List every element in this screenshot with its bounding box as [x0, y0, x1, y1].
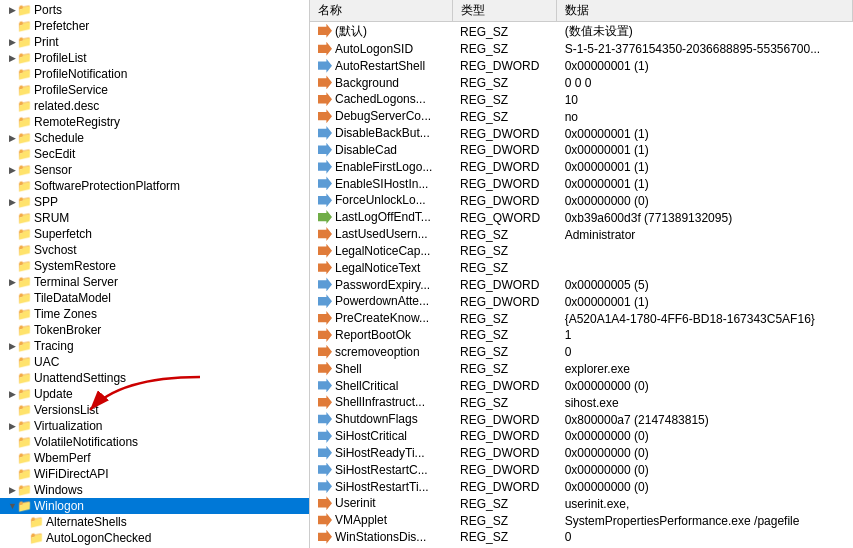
table-row[interactable]: WinStationsDis...REG_SZ0: [310, 529, 853, 546]
table-row[interactable]: UserinitREG_SZuserinit.exe,: [310, 495, 853, 512]
tree-item-secedit[interactable]: 📁SecEdit: [0, 146, 309, 162]
tree-item-update[interactable]: ▶📁Update: [0, 386, 309, 402]
tree-item-srum[interactable]: 📁SRUM: [0, 210, 309, 226]
reg-type-cell: REG_SZ: [452, 327, 557, 344]
table-row[interactable]: PasswordExpiry...REG_DWORD0x00000005 (5): [310, 277, 853, 294]
reg-name-cell: ShellInfrastruct...: [310, 394, 452, 411]
reg-name-text: WinStationsDis...: [335, 530, 426, 544]
tree-item-volatilenotifications[interactable]: 📁VolatileNotifications: [0, 434, 309, 450]
table-row[interactable]: PowerdownAtte...REG_DWORD0x00000001 (1): [310, 293, 853, 310]
tree-item-alternateshells[interactable]: 📁AlternateShells: [0, 514, 309, 530]
tree-item-virtualization[interactable]: ▶📁Virtualization: [0, 418, 309, 434]
reg-data-cell: [557, 243, 853, 260]
table-row[interactable]: (默认)REG_SZ(数值未设置): [310, 22, 853, 42]
tree-item-superfetch[interactable]: 📁Superfetch: [0, 226, 309, 242]
table-row[interactable]: EnableSIHostIn...REG_DWORD0x00000001 (1): [310, 176, 853, 193]
tree-item-uac[interactable]: 📁UAC: [0, 354, 309, 370]
tree-label-print: Print: [34, 35, 59, 49]
reg-name-text: AutoLogonSID: [335, 42, 413, 56]
reg-type-cell: REG_DWORD: [452, 445, 557, 462]
reg-type-icon: [318, 395, 332, 409]
reg-type-icon: [318, 429, 332, 443]
tree-item-terminalserver[interactable]: ▶📁Terminal Server: [0, 274, 309, 290]
tree-item-winlogon[interactable]: ▼📁Winlogon: [0, 498, 309, 514]
expand-btn-terminalserver[interactable]: ▶: [0, 277, 16, 287]
expand-btn-windows[interactable]: ▶: [0, 485, 16, 495]
table-row[interactable]: SiHostCriticalREG_DWORD0x00000000 (0): [310, 428, 853, 445]
tree-item-related[interactable]: 📁related.desc: [0, 98, 309, 114]
tree-item-tokenbroker[interactable]: 📁TokenBroker: [0, 322, 309, 338]
tree-item-profilelist[interactable]: ▶📁ProfileList: [0, 50, 309, 66]
table-row[interactable]: EnableFirstLogo...REG_DWORD0x00000001 (1…: [310, 159, 853, 176]
tree-item-windows[interactable]: ▶📁Windows: [0, 482, 309, 498]
tree-item-svchost[interactable]: 📁Svchost: [0, 242, 309, 258]
table-row[interactable]: SiHostRestartTi...REG_DWORD0x00000000 (0…: [310, 479, 853, 496]
tree-item-wifidirectapi[interactable]: 📁WiFiDirectAPI: [0, 466, 309, 482]
table-row[interactable]: VMAppletREG_SZSystemPropertiesPerformanc…: [310, 512, 853, 529]
table-row[interactable]: LastUsedUsern...REG_SZAdministrator: [310, 226, 853, 243]
tree-item-wbemperf[interactable]: 📁WbemPerf: [0, 450, 309, 466]
col-type[interactable]: 类型: [452, 0, 557, 22]
reg-name-cell: PowerdownAtte...: [310, 293, 452, 310]
reg-type-icon: [318, 59, 332, 73]
tree-item-profileservice[interactable]: 📁ProfileService: [0, 82, 309, 98]
table-row[interactable]: ReportBootOkREG_SZ1: [310, 327, 853, 344]
expand-btn-spp[interactable]: ▶: [0, 197, 16, 207]
table-row[interactable]: DebugServerCo...REG_SZno: [310, 108, 853, 125]
tree-item-profilenotification[interactable]: 📁ProfileNotification: [0, 66, 309, 82]
table-row[interactable]: DisableCadREG_DWORD0x00000001 (1): [310, 142, 853, 159]
reg-data-cell: {A520A1A4-1780-4FF6-BD18-167343C5AF16}: [557, 310, 853, 327]
tree-item-spp[interactable]: ▶📁SPP: [0, 194, 309, 210]
tree-item-remoteregistry[interactable]: 📁RemoteRegistry: [0, 114, 309, 130]
reg-data-cell: 0x00000000 (0): [557, 378, 853, 395]
table-row[interactable]: ForceUnlockLo...REG_DWORD0x00000000 (0): [310, 192, 853, 209]
tree-item-tiledatamodel[interactable]: 📁TileDataModel: [0, 290, 309, 306]
tree-item-prefetcher[interactable]: 📁Prefetcher: [0, 18, 309, 34]
reg-data-cell: S-1-5-21-3776154350-2036688895-55356700.…: [557, 41, 853, 58]
expand-btn-sensor[interactable]: ▶: [0, 165, 16, 175]
table-row[interactable]: ShellInfrastruct...REG_SZsihost.exe: [310, 394, 853, 411]
table-row[interactable]: BackgroundREG_SZ0 0 0: [310, 75, 853, 92]
expand-btn-schedule[interactable]: ▶: [0, 133, 16, 143]
table-row[interactable]: LegalNoticeTextREG_SZ: [310, 260, 853, 277]
tree-item-ports[interactable]: ▶📁Ports: [0, 2, 309, 18]
tree-item-tracing[interactable]: ▶📁Tracing: [0, 338, 309, 354]
tree-item-softwareprotectionplatform[interactable]: 📁SoftwareProtectionPlatform: [0, 178, 309, 194]
reg-name-cell: AutoLogonSID: [310, 41, 452, 58]
table-row[interactable]: LastLogOffEndT...REG_QWORD0xb39a600d3f (…: [310, 209, 853, 226]
table-row[interactable]: LegalNoticeCap...REG_SZ: [310, 243, 853, 260]
tree-item-versionslist[interactable]: 📁VersionsList: [0, 402, 309, 418]
expand-btn-print[interactable]: ▶: [0, 37, 16, 47]
tree-item-autologonchecked[interactable]: 📁AutoLogonChecked: [0, 530, 309, 546]
tree-item-unattendsettings[interactable]: 📁UnattendSettings: [0, 370, 309, 386]
col-name[interactable]: 名称: [310, 0, 452, 22]
folder-icon-wbemperf: 📁: [16, 451, 32, 465]
table-row[interactable]: PreCreateKnow...REG_SZ{A520A1A4-1780-4FF…: [310, 310, 853, 327]
expand-btn-tracing[interactable]: ▶: [0, 341, 16, 351]
table-row[interactable]: AutoRestartShellREG_DWORD0x00000001 (1): [310, 58, 853, 75]
table-row[interactable]: ShellCriticalREG_DWORD0x00000000 (0): [310, 378, 853, 395]
folder-icon-related: 📁: [16, 99, 32, 113]
tree-item-schedule[interactable]: ▶📁Schedule: [0, 130, 309, 146]
reg-name-cell: EnableFirstLogo...: [310, 159, 452, 176]
table-row[interactable]: scremoveoptionREG_SZ0: [310, 344, 853, 361]
tree-item-sensor[interactable]: ▶📁Sensor: [0, 162, 309, 178]
expand-btn-virtualization[interactable]: ▶: [0, 421, 16, 431]
expand-btn-ports[interactable]: ▶: [0, 5, 16, 15]
col-data[interactable]: 数据: [557, 0, 853, 22]
table-row[interactable]: ShellREG_SZexplorer.exe: [310, 361, 853, 378]
tree-item-systemrestore[interactable]: 📁SystemRestore: [0, 258, 309, 274]
table-row[interactable]: SiHostReadyTi...REG_DWORD0x00000000 (0): [310, 445, 853, 462]
expand-btn-update[interactable]: ▶: [0, 389, 16, 399]
table-row[interactable]: ShutdownFlagsREG_DWORD0x800000a7 (214748…: [310, 411, 853, 428]
reg-name-cell: SiHostRestartC...: [310, 462, 452, 479]
tree-item-timezones[interactable]: 📁Time Zones: [0, 306, 309, 322]
table-row[interactable]: DisableBackBut...REG_DWORD0x00000001 (1): [310, 125, 853, 142]
tree-label-wifidirectapi: WiFiDirectAPI: [34, 467, 109, 481]
table-row[interactable]: SiHostRestartC...REG_DWORD0x00000000 (0): [310, 462, 853, 479]
tree-item-print[interactable]: ▶📁Print: [0, 34, 309, 50]
table-row[interactable]: AutoLogonSIDREG_SZS-1-5-21-3776154350-20…: [310, 41, 853, 58]
expand-btn-winlogon[interactable]: ▼: [0, 501, 16, 511]
table-row[interactable]: CachedLogons...REG_SZ10: [310, 91, 853, 108]
expand-btn-profilelist[interactable]: ▶: [0, 53, 16, 63]
